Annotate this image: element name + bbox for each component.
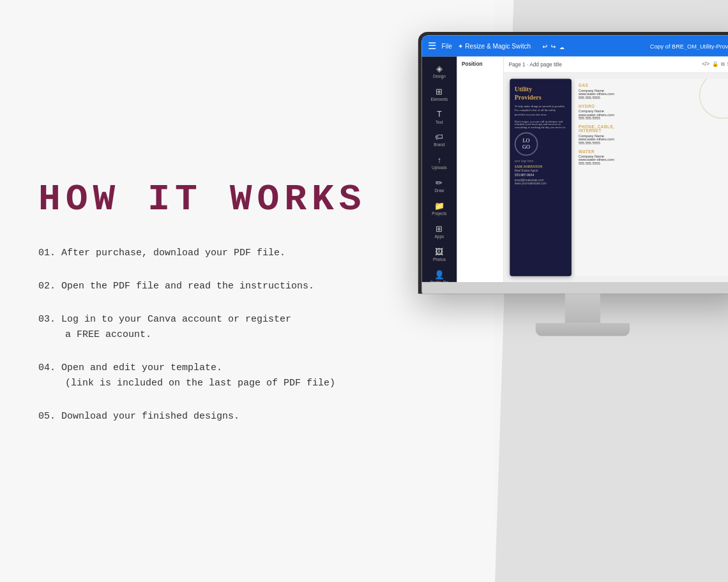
sidebar-item-label: Photos [433,257,446,261]
design-icon: ◈ [436,64,443,73]
template-secondary-text: Don't forget, you can call in advance an… [515,120,567,129]
canvas-toolbar: Page 1 · Add page title </> 🔒 ⧉ 🗑 ↗ [504,57,728,73]
utility-section-title: WATER [579,149,728,153]
utility-section-title: PHONE, CABLE,INTERNET [579,124,728,133]
template-card-right: GAS Company Name www.water-others.com 55… [575,79,728,276]
step-number: 02. Open the PDF file and read the instr… [38,281,314,292]
template-right-content: GAS Company Name www.water-others.com 55… [579,84,728,271]
step-number: 01. After purchase, download your PDF fi… [38,248,285,258]
monitor-frame: ☰ File ✦ Resize & Magic Switch ↩ ↪ ☁ Cop… [418,32,728,294]
steps-list: 01. After purchase, download your PDF fi… [38,246,368,442]
sidebar-item-draw[interactable]: ✏ Draw [434,175,444,195]
apps-icon: ⊞ [436,224,443,234]
toolbar-icons: </> 🔒 ⧉ 🗑 ↗ [702,61,728,68]
utility-section-phone: PHONE, CABLE,INTERNET Company Name www.w… [579,124,728,144]
document-title: Copy of BRE_OM_Utility-Provid... [650,43,728,49]
monitor-chin [421,282,728,294]
text-icon: T [437,109,442,119]
sidebar-item-elements[interactable]: ⊞ Elements [430,84,448,103]
list-item: 03. Log in to your Canva account or regi… [38,312,368,343]
projects-icon: 📁 [434,201,444,211]
canva-topbar: ☰ File ✦ Resize & Magic Switch ↩ ↪ ☁ Cop… [421,36,728,57]
utility-section-water: WATER Company Name www.water-others.com … [579,149,728,165]
list-item: 02. Open the PDF file and read the instr… [38,279,368,294]
canva-workspace[interactable]: Page 1 · Add page title </> 🔒 ⧉ 🗑 ↗ [504,57,728,282]
monitor-stand-base [536,323,630,336]
canva-sidebar: ◈ Design ⊞ Elements T Text [421,57,457,282]
canvas-content: UtilityProviders To help make things as … [504,73,728,282]
sidebar-item-projects[interactable]: 📁 Projects [432,198,446,218]
step-number: 04. Open and edit your template. [38,362,222,373]
right-panel: ☰ File ✦ Resize & Magic Switch ↩ ↪ ☁ Cop… [400,0,728,582]
monitor-mockup: ☰ File ✦ Resize & Magic Switch ↩ ↪ ☁ Cop… [418,32,728,336]
utility-phone: 555.555.5555 [579,116,728,120]
sidebar-item-apps[interactable]: ⊞ Apps [435,221,444,241]
sidebar-item-text[interactable]: T Text [436,107,443,126]
list-item: 01. After purchase, download your PDF fi… [38,246,368,261]
sidebar-item-label: Projects [432,212,446,216]
template-inner: UtilityProviders To help make things as … [510,79,572,191]
sidebar-item-label: Brand [434,143,444,147]
utility-phone: 555.555.5555 [579,161,728,165]
sidebar-item-label: Text [436,120,443,124]
hamburger-icon[interactable]: ☰ [428,40,436,52]
template-card-left: UtilityProviders To help make things as … [510,79,572,276]
lock-icon[interactable]: 🔒 [712,61,718,68]
sidebar-item-profile-pic[interactable]: 👤 Profile Pic [430,267,448,282]
sidebar-item-uploads[interactable]: ↑ Uploads [432,153,447,172]
utility-phone: 555.555.5555 [579,141,728,145]
cloud-save-icon: ☁ [559,41,565,51]
monitor-stand-neck [565,294,600,323]
profile-pic-icon: 👤 [434,270,444,280]
logo-text: LOGO [522,137,530,150]
sidebar-item-label: Design [433,74,446,78]
redo-icon[interactable]: ↪ [551,41,556,51]
undo-icon[interactable]: ↩ [543,41,548,51]
elements-icon: ⊞ [436,87,443,96]
logo-label: your logo here [515,159,567,163]
left-panel: HOW IT WORKS 01. After purchase, downloa… [0,0,400,582]
uploads-icon: ↑ [437,155,441,165]
template-logo: LOGO [515,132,538,156]
step-number: 05. Download your finished designs. [38,411,239,422]
step-continuation: a FREE account. [38,327,368,343]
sidebar-item-design[interactable]: ◈ Design [433,61,446,80]
monitor-screen: ☰ File ✦ Resize & Magic Switch ↩ ↪ ☁ Cop… [421,36,728,282]
agent-phone: 555.987.0654 [515,173,567,177]
draw-icon: ✏ [436,178,443,188]
position-panel: Position [457,57,504,282]
undo-redo-group: ↩ ↪ ☁ [543,41,565,51]
page-title: HOW IT WORKS [38,179,368,220]
copy-icon[interactable]: ⧉ [721,61,725,68]
photos-icon: 🖼 [435,247,443,257]
position-panel-title: Position [462,61,499,67]
sidebar-item-label: Profile Pic [430,280,448,282]
resize-magic-button[interactable]: ✦ Resize & Magic Switch [458,42,531,50]
agent-website: www.yourrealestate.com [515,181,567,185]
page-label: Page 1 · Add page title [508,61,561,67]
sidebar-item-label: Draw [434,189,444,193]
template-title: UtilityProviders [515,85,567,101]
list-item: 04. Open and edit your template. (link i… [38,361,368,391]
agent-title: Real Estate Agent [515,168,567,172]
step-number: 03. Log in to your Canva account or regi… [38,314,291,325]
brand-icon: 🏷 [435,132,443,142]
sidebar-item-brand[interactable]: 🏷 Brand [434,130,444,149]
sidebar-item-label: Apps [435,234,444,238]
step-continuation: (link is included on the last page of PD… [38,376,368,391]
code-icon[interactable]: </> [702,61,709,68]
template-body-text: To help make things as smooth as possibl… [515,104,567,116]
canva-body: ◈ Design ⊞ Elements T Text [421,57,728,282]
sidebar-item-label: Uploads [432,166,447,170]
sidebar-item-label: Elements [430,97,448,101]
file-button[interactable]: File [442,43,452,50]
list-item: 05. Download your finished designs. [38,409,368,424]
sidebar-item-photos[interactable]: 🖼 Photos [433,244,446,264]
